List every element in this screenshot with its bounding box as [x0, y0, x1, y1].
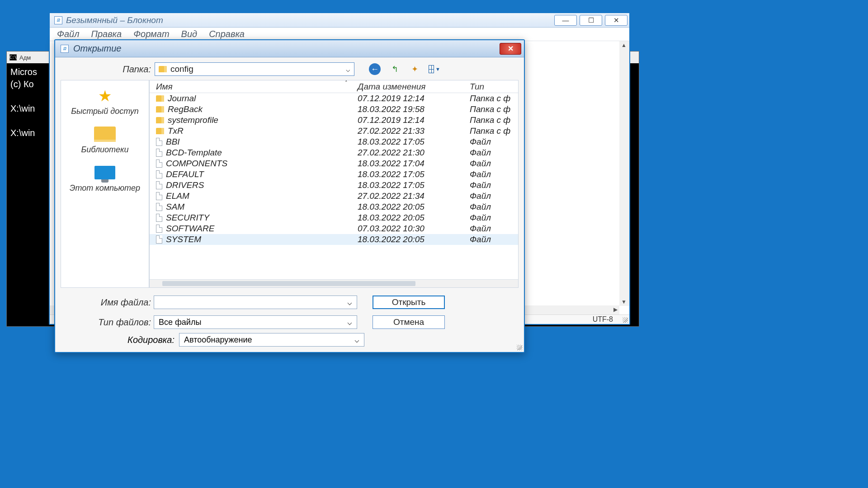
minimize-button[interactable]: —: [554, 15, 577, 26]
file-type: Файл: [466, 224, 518, 234]
notepad-titlebar[interactable]: 🗎 Безымянный – Блокнот — ☐ ✕: [50, 13, 629, 28]
file-icon: [156, 192, 162, 200]
file-date: 07.12.2019 12:14: [358, 94, 466, 103]
file-name: RegBack: [168, 104, 203, 114]
file-row[interactable]: ELAM27.02.2022 21:34Файл: [150, 191, 518, 202]
file-name: TxR: [168, 126, 184, 136]
cmd-icon: C:\: [9, 54, 17, 61]
file-name: SAM: [166, 202, 184, 212]
file-list-hscrollbar[interactable]: [150, 279, 518, 287]
file-type: Папка с ф: [466, 104, 518, 114]
back-button[interactable]: ←: [369, 63, 381, 75]
file-row[interactable]: SOFTWARE07.03.2022 10:30Файл: [150, 223, 518, 234]
file-date: 18.03.2022 20:05: [358, 235, 466, 244]
file-type: Файл: [466, 180, 518, 190]
file-row[interactable]: BBI18.03.2022 17:05Файл: [150, 136, 518, 147]
file-date: 27.02.2022 21:30: [358, 148, 466, 158]
file-name: Journal: [168, 94, 196, 103]
encoding-combo[interactable]: Автообнаружение⌵: [179, 333, 364, 347]
file-row[interactable]: SYSTEM18.03.2022 20:05Файл: [150, 234, 518, 245]
resize-grip-icon[interactable]: [517, 345, 522, 350]
dialog-titlebar[interactable]: 🗎 Открытие ✕: [55, 40, 524, 57]
file-icon: [156, 235, 162, 244]
file-icon: [156, 160, 162, 168]
file-row[interactable]: TxR27.02.2022 21:33Папка с ф: [150, 126, 518, 136]
close-button[interactable]: ✕: [605, 15, 627, 26]
file-icon: [156, 225, 162, 233]
place-this-pc[interactable]: Этот компьютер: [70, 164, 140, 193]
folder-icon: [156, 95, 164, 102]
file-icon: [156, 203, 162, 211]
maximize-button[interactable]: ☐: [580, 15, 602, 26]
file-list-header[interactable]: Имя ˄ Дата изменения Тип: [150, 80, 518, 93]
filetype-label: Тип файлов:: [61, 317, 151, 328]
libraries-icon: [94, 125, 116, 143]
column-name[interactable]: Имя ˄: [150, 82, 358, 92]
filetype-combo[interactable]: Все файлы⌵: [154, 315, 357, 329]
file-date: 18.03.2022 20:05: [358, 213, 466, 223]
file-name: COMPONENTS: [166, 159, 227, 169]
file-name: BCD-Template: [166, 148, 222, 158]
folder-value: config: [170, 64, 193, 74]
view-menu-button[interactable]: ▼: [429, 63, 440, 75]
open-button[interactable]: Открыть: [373, 296, 445, 309]
file-name: SYSTEM: [166, 235, 201, 244]
folder-icon: [159, 66, 167, 72]
file-list[interactable]: Имя ˄ Дата изменения Тип Journal07.12.20…: [149, 80, 519, 288]
file-name: BBI: [166, 137, 180, 147]
file-row[interactable]: DEFAULT18.03.2022 17:05Файл: [150, 169, 518, 180]
folder-icon: [156, 128, 164, 134]
place-label: Быстрый доступ: [71, 107, 139, 116]
new-folder-button[interactable]: ✦: [409, 63, 420, 75]
file-row[interactable]: SAM18.03.2022 20:05Файл: [150, 202, 518, 212]
encoding-label: Кодировка:: [61, 335, 175, 345]
file-row[interactable]: systemprofile07.12.2019 12:14Папка с ф: [150, 115, 518, 126]
resize-grip-icon[interactable]: [623, 317, 628, 323]
notepad-icon: 🗎: [54, 16, 62, 24]
file-row[interactable]: SECURITY18.03.2022 20:05Файл: [150, 212, 518, 223]
file-date: 18.03.2022 17:05: [358, 180, 466, 190]
status-encoding: UTF-8: [593, 315, 613, 324]
file-row[interactable]: Journal07.12.2019 12:14Папка с ф: [150, 93, 518, 104]
dialog-close-button[interactable]: ✕: [500, 43, 521, 55]
file-date: 18.03.2022 17:05: [358, 169, 466, 179]
vscrollbar[interactable]: [619, 41, 629, 306]
place-label: Библиотеки: [81, 145, 128, 155]
file-type: Файл: [466, 148, 518, 158]
file-icon: [156, 181, 162, 189]
file-row[interactable]: RegBack18.03.2022 19:58Папка с ф: [150, 104, 518, 115]
file-type: Файл: [466, 235, 518, 244]
file-icon: [156, 170, 162, 178]
file-type: Файл: [466, 169, 518, 179]
dialog-icon: 🗎: [61, 45, 69, 53]
column-type[interactable]: Тип: [466, 82, 518, 92]
place-quick-access[interactable]: ★ Быстрый доступ: [71, 87, 139, 116]
file-icon: [156, 214, 162, 222]
file-name: ELAM: [166, 191, 189, 201]
file-row[interactable]: BCD-Template27.02.2022 21:30Файл: [150, 147, 518, 158]
up-folder-button[interactable]: ↰: [389, 63, 401, 75]
menu-формат[interactable]: Формат: [133, 29, 169, 39]
menu-файл[interactable]: Файл: [57, 29, 79, 39]
menu-вид[interactable]: Вид: [181, 29, 198, 39]
column-date[interactable]: Дата изменения: [358, 82, 466, 92]
file-type: Папка с ф: [466, 115, 518, 125]
file-icon: [156, 149, 162, 157]
file-name: DRIVERS: [166, 180, 204, 190]
places-bar: ★ Быстрый доступ Библиотеки Этот компьют…: [61, 80, 149, 288]
cmd-title: Адм: [19, 54, 31, 61]
menu-справка[interactable]: Справка: [209, 29, 245, 39]
chevron-down-icon: ⌵: [346, 65, 350, 74]
file-row[interactable]: COMPONENTS18.03.2022 17:04Файл: [150, 158, 518, 169]
file-row[interactable]: DRIVERS18.03.2022 17:05Файл: [150, 180, 518, 191]
filename-input[interactable]: ⌵: [154, 296, 357, 309]
sort-asc-icon: ˄: [345, 80, 348, 86]
notepad-title: Безымянный – Блокнот: [66, 15, 551, 25]
file-type: Файл: [466, 191, 518, 201]
folder-combo[interactable]: config ⌵: [155, 62, 354, 76]
cancel-button[interactable]: Отмена: [373, 315, 445, 329]
file-type: Папка с ф: [466, 94, 518, 103]
open-dialog: 🗎 Открытие ✕ Папка: config ⌵ ← ↰ ✦ ▼ ★ Б…: [54, 39, 525, 353]
place-libraries[interactable]: Библиотеки: [81, 125, 128, 155]
menu-правка[interactable]: Правка: [91, 29, 122, 39]
